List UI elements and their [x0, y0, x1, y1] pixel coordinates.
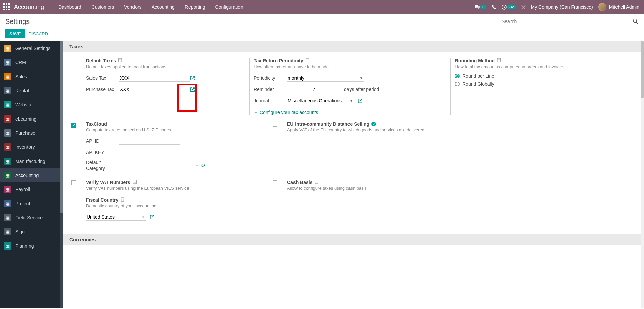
sidebar-item-accounting[interactable]: ▦Accounting	[0, 168, 63, 182]
sidebar-item-sign[interactable]: ▦Sign	[0, 225, 63, 239]
sidebar-icon: ▦	[4, 143, 11, 151]
sidebar-item-sales[interactable]: ▦Sales	[0, 70, 63, 84]
building-icon	[132, 180, 137, 185]
sidebar-item-purchase[interactable]: ▦Purchase	[0, 126, 63, 140]
svg-rect-3	[306, 58, 309, 62]
sidebar-icon: ▦	[4, 129, 11, 137]
eu-distance-checkbox[interactable]	[273, 122, 277, 127]
sidebar-item-label: Accounting	[15, 173, 39, 178]
building-icon	[305, 58, 310, 63]
sidebar-icon: ▦	[4, 242, 11, 250]
cash-basis-title: Cash Basis	[287, 180, 312, 185]
periodicity-select[interactable]	[287, 75, 364, 82]
fiscal-country-select[interactable]	[86, 214, 146, 221]
company-selector[interactable]: My Company (San Francisco)	[531, 4, 593, 10]
setting-rounding: Rounding Method How total tax amount is …	[440, 56, 608, 120]
cash-basis-checkbox[interactable]	[273, 180, 277, 185]
default-taxes-desc: Default taxes applied to local transacti…	[86, 64, 235, 69]
default-category-select[interactable]	[119, 162, 200, 169]
journal-external-link-icon[interactable]	[358, 98, 363, 103]
sales-tax-external-link-icon[interactable]	[190, 76, 195, 81]
building-icon	[118, 58, 122, 63]
sidebar-item-label: Field Service	[15, 215, 43, 220]
verify-vat-desc: Verify VAT numbers using the European VI…	[86, 186, 269, 191]
building-icon	[120, 197, 125, 203]
sidebar-item-label: Website	[15, 102, 32, 107]
configure-tax-accounts-link[interactable]: Configure your tax accounts	[254, 109, 318, 115]
sidebar-item-manufacturing[interactable]: ▦Manufacturing	[0, 154, 63, 168]
activities-icon[interactable]: 32	[502, 5, 516, 10]
sidebar-item-label: Rental	[15, 88, 29, 93]
messages-badge: 6	[480, 5, 486, 9]
avatar	[598, 3, 606, 11]
chevron-down-icon[interactable]: ▼	[142, 215, 145, 219]
setting-verify-vat: Verify VAT Numbers Verify VAT numbers us…	[71, 178, 273, 195]
taxcloud-title: TaxCloud	[86, 121, 107, 127]
search-input[interactable]	[501, 17, 639, 26]
control-panel: Settings Save Discard	[0, 14, 644, 41]
journal-select[interactable]	[287, 97, 354, 104]
content-scrollbar[interactable]	[641, 41, 644, 308]
discard-button[interactable]: Discard	[28, 31, 48, 36]
sidebar-item-planning[interactable]: ▦Planning	[0, 239, 63, 253]
svg-point-1	[633, 19, 637, 23]
cash-basis-desc: Allow to configure taxes using cash basi…	[287, 186, 436, 191]
chevron-down-icon[interactable]: ▼	[360, 76, 363, 80]
purchase-tax-input[interactable]	[119, 86, 190, 93]
nav-item-vendors[interactable]: Vendors	[119, 0, 146, 14]
default-taxes-title: Default Taxes	[86, 58, 116, 63]
api-key-input[interactable]	[119, 149, 180, 156]
nav-item-dashboard[interactable]: Dashboard	[53, 0, 87, 14]
round-per-line-radio[interactable]: Round per Line	[455, 73, 604, 79]
api-key-label: API KEY	[86, 150, 119, 155]
nav-item-accounting[interactable]: Accounting	[147, 0, 180, 14]
building-icon	[314, 180, 319, 185]
sidebar-item-website[interactable]: ▦Website	[0, 98, 63, 112]
round-globally-radio[interactable]: Round Globally	[455, 81, 604, 87]
fiscal-country-desc: Domestic country of your accounting	[86, 203, 269, 208]
user-menu[interactable]: Mitchell Admin	[598, 3, 639, 11]
close-tray-icon[interactable]	[521, 5, 526, 9]
sidebar-scrollbar[interactable]	[60, 41, 63, 308]
fiscal-country-external-link-icon[interactable]	[150, 215, 155, 220]
chevron-down-icon[interactable]: ▼	[195, 164, 199, 167]
help-icon[interactable]: ?	[371, 122, 376, 126]
search-icon[interactable]	[633, 19, 638, 25]
nav-item-customers[interactable]: Customers	[87, 0, 119, 14]
sidebar-icon: ▦	[4, 200, 11, 207]
activities-badge: 32	[507, 5, 516, 9]
save-button[interactable]: Save	[5, 29, 25, 38]
reminder-suffix: days after period	[344, 87, 379, 92]
nav-item-configuration[interactable]: Configuration	[210, 0, 248, 14]
sidebar-item-rental[interactable]: ▦Rental	[0, 84, 63, 98]
sidebar-item-elearning[interactable]: ▦eLearning	[0, 112, 63, 126]
messages-icon[interactable]: 6	[474, 5, 486, 9]
periodicity-label: Periodicity	[254, 75, 287, 81]
api-id-input[interactable]	[119, 138, 180, 145]
brand[interactable]: Accounting	[14, 4, 44, 11]
phone-icon[interactable]	[492, 5, 496, 9]
taxcloud-checkbox[interactable]	[71, 123, 76, 128]
taxcloud-desc: Compute tax rates based on U.S. ZIP code…	[86, 127, 269, 132]
fiscal-country-title: Fiscal Country	[86, 197, 118, 203]
tax-return-title: Tax Return Periodicity	[254, 58, 303, 63]
verify-vat-checkbox[interactable]	[71, 180, 76, 185]
purchase-tax-label: Purchase Tax	[86, 87, 119, 92]
sidebar-item-general-settings[interactable]: ▦General Settings	[0, 41, 63, 55]
sidebar-item-inventory[interactable]: ▦Inventory	[0, 140, 63, 154]
sidebar-item-project[interactable]: ▦Project	[0, 196, 63, 211]
purchase-tax-external-link-icon[interactable]	[190, 87, 195, 92]
nav-menu: Dashboard Customers Vendors Accounting R…	[53, 0, 248, 14]
apps-icon[interactable]	[3, 3, 11, 11]
svg-rect-6	[315, 180, 318, 184]
reminder-input[interactable]	[287, 86, 341, 93]
top-nav: Accounting Dashboard Customers Vendors A…	[0, 0, 644, 14]
sidebar-item-crm[interactable]: ▦CRM	[0, 55, 63, 70]
sidebar-item-payroll[interactable]: ▦Payroll	[0, 182, 63, 196]
sidebar-item-field-service[interactable]: ▦Field Service	[0, 211, 63, 225]
sales-tax-input[interactable]	[119, 75, 190, 82]
chevron-down-icon[interactable]: ▼	[350, 99, 353, 103]
refresh-icon[interactable]: ⟳	[201, 162, 206, 169]
nav-item-reporting[interactable]: Reporting	[180, 0, 210, 14]
setting-taxcloud: TaxCloud Compute tax rates based on U.S.…	[71, 120, 273, 178]
